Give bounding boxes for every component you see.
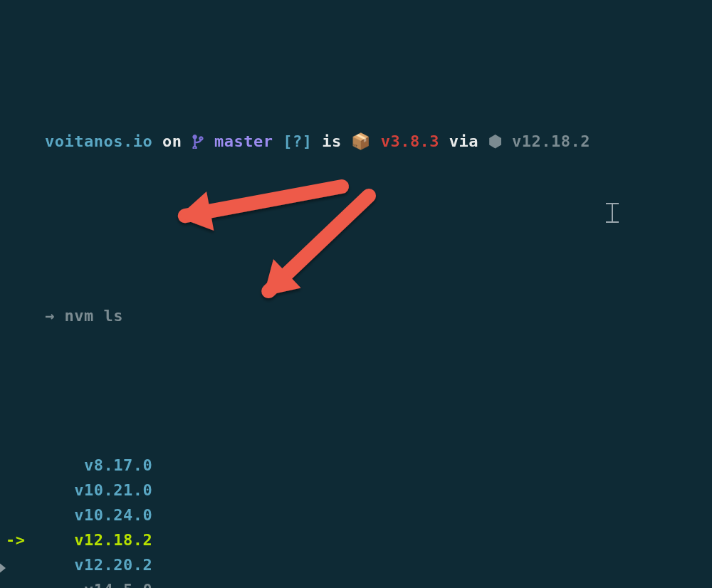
node-version: v12.18.2 — [512, 132, 590, 150]
version-row: v14.5.0 — [6, 577, 706, 588]
version-label: v14.5.0 — [84, 581, 152, 588]
project-name: voitanos.io — [45, 132, 152, 150]
version-label: v8.17.0 — [84, 456, 152, 474]
package-version: v3.8.3 — [381, 132, 439, 150]
version-row: v12.20.2 — [6, 552, 706, 577]
current-pointer: -> — [6, 531, 26, 549]
prompt-via: via — [439, 132, 488, 150]
prompt-arrow: → — [45, 307, 55, 325]
nvm-versions-list: v8.17.0 v10.21.0 v10.24.0-> v12.18.2 v12… — [6, 453, 706, 588]
version-label: v10.24.0 — [74, 506, 152, 524]
prompt-is: is — [312, 132, 351, 150]
command-text: nvm ls — [64, 307, 122, 325]
branch-icon — [192, 132, 204, 150]
version-row: v8.17.0 — [6, 453, 706, 478]
prompt-on: on — [152, 132, 192, 150]
terminal[interactable]: voitanos.io on master [?] is 📦 v3.8.3 vi… — [0, 0, 712, 588]
version-row: v10.21.0 — [6, 478, 706, 503]
prompt-line: voitanos.io on master [?] is 📦 v3.8.3 vi… — [6, 104, 706, 179]
prompt-caret-icon — [0, 562, 6, 574]
version-label: v12.20.2 — [74, 556, 152, 574]
version-row: -> v12.18.2 — [6, 527, 706, 552]
command-line: → nvm ls — [6, 278, 706, 353]
node-icon: ⬢ — [488, 132, 503, 150]
branch-name: master — [214, 132, 273, 150]
package-icon: 📦 — [351, 132, 371, 150]
version-label: v12.18.2 — [74, 531, 152, 549]
version-row: v10.24.0 — [6, 503, 706, 527]
branch-status: [?] — [283, 132, 312, 150]
version-label: v10.21.0 — [74, 481, 152, 499]
